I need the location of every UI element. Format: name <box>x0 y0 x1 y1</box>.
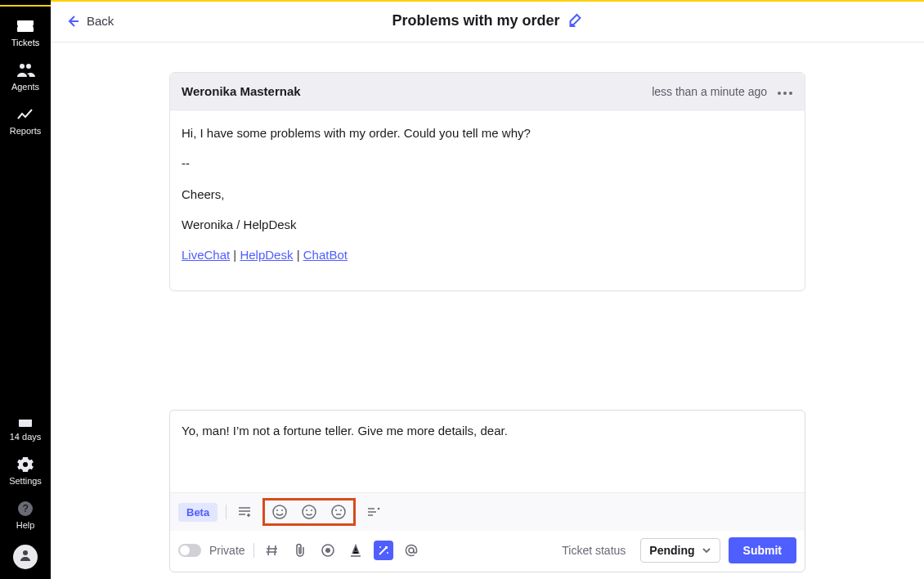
svg-point-16 <box>378 508 380 510</box>
sidebar-item-settings[interactable]: Settings <box>0 450 51 494</box>
ticket-status-select[interactable]: Pending <box>640 538 720 563</box>
svg-point-9 <box>281 509 283 511</box>
svg-point-7 <box>273 505 286 518</box>
svg-point-12 <box>311 509 312 511</box>
svg-point-8 <box>276 509 278 511</box>
svg-point-18 <box>325 548 330 553</box>
tone-casual-button[interactable] <box>270 502 289 522</box>
sidebar-item-profile[interactable] <box>0 538 51 571</box>
text-format-button[interactable] <box>346 541 366 560</box>
svg-text:?: ? <box>23 503 29 514</box>
record-icon <box>321 543 335 558</box>
summarize-icon <box>237 505 252 518</box>
link-livechat[interactable]: LiveChat <box>182 248 230 262</box>
signature-name: Weronika / HelpDesk <box>182 215 793 234</box>
beta-badge: Beta <box>178 503 218 522</box>
topbar: Back Problems with my order <box>51 0 924 43</box>
svg-point-19 <box>379 546 381 548</box>
magic-wand-icon <box>377 544 390 557</box>
message-card: Weronika Masternak less than a minute ag… <box>169 72 805 291</box>
gear-icon <box>17 456 34 473</box>
avatar-icon <box>13 545 38 569</box>
signature-separator: -- <box>182 154 793 173</box>
message-author: Weronika Masternak <box>182 84 301 98</box>
smile-icon <box>271 504 288 520</box>
magic-button[interactable] <box>374 541 393 560</box>
signature-cheers: Cheers, <box>182 185 793 204</box>
link-chatbot[interactable]: ChatBot <box>303 248 348 262</box>
sidebar-item-agents[interactable]: Agents <box>0 56 51 100</box>
message-more-button[interactable] <box>777 85 793 98</box>
help-icon: ? <box>17 500 34 517</box>
svg-point-11 <box>306 509 307 511</box>
ticket-status-value: Pending <box>649 544 694 557</box>
main-panel: Back Problems with my order Weronika Mas… <box>51 0 924 579</box>
submit-button[interactable]: Submit <box>729 537 796 563</box>
summarize-button[interactable] <box>235 502 254 522</box>
attachment-button[interactable] <box>290 541 310 560</box>
link-separator: | <box>230 248 240 262</box>
svg-point-4 <box>778 92 781 95</box>
paperclip-icon <box>294 543 307 558</box>
sidebar-item-help[interactable]: ? Help <box>0 494 51 538</box>
sidebar-item-label: Settings <box>9 476 42 486</box>
reports-icon <box>16 106 35 123</box>
sidebar-item-label: 14 days <box>10 432 42 442</box>
arrow-left-icon <box>65 14 80 29</box>
private-toggle[interactable] <box>178 544 201 557</box>
left-sidebar: Tickets Agents Reports 14 days Settings … <box>0 0 51 579</box>
back-label: Back <box>87 14 114 28</box>
sidebar-item-label: Tickets <box>11 38 39 47</box>
pencil-icon <box>568 12 583 27</box>
calendar-icon <box>17 414 34 429</box>
more-horizontal-icon <box>777 91 793 96</box>
edit-title-button[interactable] <box>568 12 583 29</box>
composer-footer: Private <box>170 531 805 572</box>
svg-point-20 <box>387 552 388 554</box>
flat-face-icon <box>330 504 347 520</box>
svg-point-10 <box>303 505 316 518</box>
svg-point-14 <box>335 509 337 511</box>
private-label: Private <box>209 544 245 557</box>
link-separator: | <box>293 248 303 262</box>
tone-formal-button[interactable] <box>299 502 319 522</box>
hash-icon <box>265 543 280 558</box>
svg-point-15 <box>340 509 342 511</box>
reply-composer: Yo, man! I’m not a fortune teller. Give … <box>169 410 805 572</box>
sidebar-item-tickets[interactable]: Tickets <box>0 11 51 56</box>
toolbar-divider <box>253 543 254 558</box>
link-helpdesk[interactable]: HelpDesk <box>240 248 293 262</box>
tone-friendly-button[interactable] <box>329 502 348 522</box>
mention-button[interactable] <box>401 541 421 560</box>
neutral-face-icon <box>301 504 317 520</box>
svg-point-13 <box>332 505 345 518</box>
tone-highlight-box <box>262 498 356 526</box>
text-format-icon <box>348 543 363 558</box>
message-timestamp: less than a minute ago <box>652 85 767 98</box>
sidebar-item-label: Help <box>16 520 35 530</box>
record-button[interactable] <box>318 541 338 560</box>
expand-icon <box>366 505 381 518</box>
ai-toolbar: Beta <box>170 492 805 531</box>
svg-point-21 <box>409 548 414 553</box>
svg-point-6 <box>789 92 792 95</box>
agents-icon <box>16 62 35 79</box>
ticket-icon <box>16 18 35 34</box>
back-button[interactable]: Back <box>65 14 114 29</box>
svg-point-5 <box>783 92 787 95</box>
expand-button[interactable] <box>364 502 384 522</box>
sidebar-item-label: Agents <box>11 82 39 92</box>
message-body: Hi, I have some problems with my order. … <box>182 123 793 142</box>
sidebar-item-label: Reports <box>10 126 42 136</box>
svg-rect-1 <box>19 416 32 420</box>
at-icon <box>404 543 419 558</box>
chevron-down-icon <box>702 545 711 555</box>
page-title: Problems with my order <box>392 12 559 29</box>
reply-textarea[interactable]: Yo, man! I’m not a fortune teller. Give … <box>170 411 805 492</box>
ticket-status-label: Ticket status <box>562 544 626 557</box>
toolbar-divider <box>226 505 227 519</box>
sidebar-item-trial[interactable]: 14 days <box>0 407 51 450</box>
sidebar-item-reports[interactable]: Reports <box>0 100 51 144</box>
hash-button[interactable] <box>262 541 282 560</box>
